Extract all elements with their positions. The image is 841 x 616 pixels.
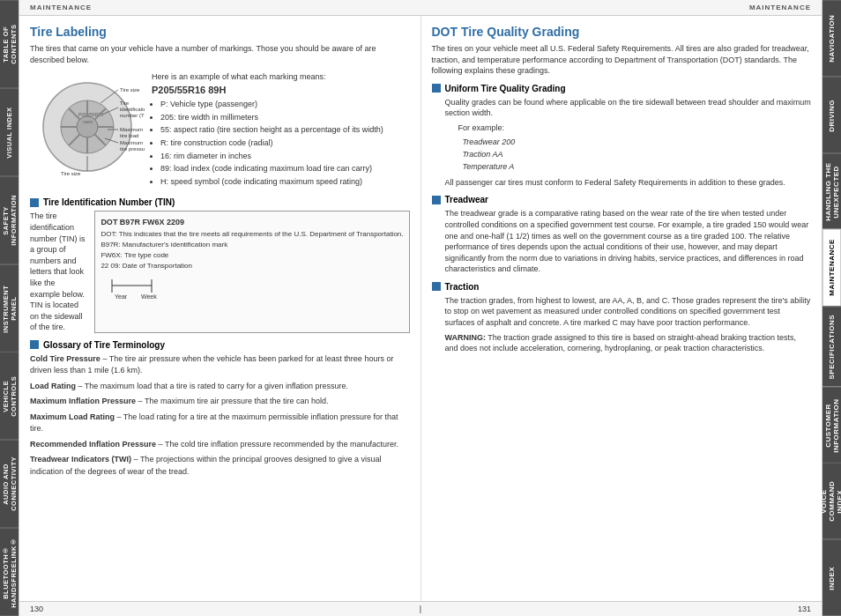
tin-box-line-3: 22 09: Date of Transportation: [100, 261, 403, 271]
tin-row: The tire identification number (TIN) is …: [30, 211, 410, 333]
sidebar-item-maintenance[interactable]: MAINTENANCE: [822, 229, 841, 307]
traction-section-body: The traction grades, from highest to low…: [432, 295, 812, 354]
traction-warning: WARNING: The traction grade assigned to …: [445, 332, 812, 354]
bullet-item: 89: load index (code indicating maximum …: [160, 163, 410, 174]
tire-diagram-row: P205/55R16 NAME: [30, 72, 410, 189]
warning-body: The traction grade assigned to this tire…: [445, 333, 797, 353]
svg-text:Tire size: Tire size: [61, 171, 81, 176]
sidebar-item-handling[interactable]: HANDLING THE UNEXPECTED: [822, 153, 841, 230]
svg-text:Tire: Tire: [120, 100, 130, 106]
traction-title: Traction: [445, 282, 480, 292]
tin-box-title: DOT B97R FW6X 2209: [100, 217, 403, 229]
header-left-label: MAINTENANCE: [30, 4, 92, 11]
sidebar-item-vehicle[interactable]: VEHICLE CONTROLS: [0, 352, 19, 440]
uniform-additional: All passenger car tires must conform to …: [445, 177, 812, 189]
treadwear-heading: Treadwear: [432, 195, 812, 204]
right-sidebar: NAVIGATION DRIVING HANDLING THE UNEXPECT…: [822, 0, 841, 616]
bullet-item: P: Vehicle type (passenger): [160, 99, 410, 110]
svg-text:NAME: NAME: [83, 120, 93, 124]
header-bar: MAINTENANCE MAINTENANCE: [19, 0, 822, 16]
glossary-def-1: The maximum load that a tire is rated to…: [85, 382, 348, 390]
dot-intro: The tires on your vehicle meet all U.S. …: [432, 43, 812, 77]
main-content: MAINTENANCE MAINTENANCE Tire Labeling Th…: [19, 0, 822, 616]
bullet-item: R: tire construction code (radial): [160, 137, 410, 149]
blue-square-icon-4: [432, 196, 441, 204]
glossary-sep-2: –: [136, 397, 145, 405]
glossary-term-5: Treadwear Indicators (TWI): [30, 455, 131, 464]
sidebar-item-index[interactable]: INDEX: [822, 539, 841, 616]
tire-diagram: P205/55R16 NAME: [30, 72, 145, 189]
sidebar-item-visual-index[interactable]: VISUAL INDEX: [0, 88, 19, 176]
svg-text:Year: Year: [115, 293, 128, 300]
svg-text:Tire size: Tire size: [120, 87, 140, 93]
warning-prefix: WARNING:: [445, 333, 487, 342]
sidebar-item-voice-command[interactable]: VOICE COMMAND INDEX: [822, 463, 841, 539]
glossary-item-2: Maximum Inflation Pressure – The maximum…: [30, 396, 410, 408]
example-heading: Here is an example of what each marking …: [152, 72, 410, 81]
page-num-right: 131: [798, 605, 811, 613]
sidebar-item-instrument[interactable]: INSTRUMENT PANEL: [0, 264, 19, 353]
content-columns: Tire Labeling The tires that came on you…: [19, 16, 822, 601]
tin-section-title: Tire Identification Number (TIN): [43, 197, 175, 207]
sidebar-item-audio[interactable]: AUDIO AND CONNECTIVITY: [0, 440, 19, 528]
sidebar-item-customer[interactable]: CUSTOMER INFORMATION: [822, 387, 841, 464]
treadwear-title: Treadwear: [445, 195, 488, 204]
tin-body: The tire identification number (TIN) is …: [30, 211, 86, 333]
example-temperature: Temperature A: [463, 160, 812, 173]
tin-bracket: Year Week: [100, 275, 403, 305]
glossary-sep-3: –: [115, 412, 123, 421]
tire-labeling-title: Tire Labeling: [30, 25, 410, 39]
glossary-sep-0: –: [100, 354, 109, 363]
right-column: DOT Tire Quality Grading The tires on yo…: [421, 16, 822, 601]
svg-text:tire pressure: tire pressure: [120, 146, 145, 152]
dot-title: DOT Tire Quality Grading: [432, 25, 812, 39]
traction-heading: Traction: [432, 282, 812, 292]
left-sidebar: TABLE OF CONTENTS VISUAL INDEX SAFETY IN…: [0, 0, 19, 616]
glossary-term-2: Maximum Inflation Pressure: [30, 397, 136, 405]
page-num-left: 130: [30, 605, 43, 613]
svg-text:Week: Week: [141, 293, 157, 300]
glossary-term-4: Recommended Inflation Pressure: [30, 440, 156, 449]
glossary-body: Cold Tire Pressure – The tire air pressu…: [30, 353, 410, 479]
sidebar-item-toc[interactable]: TABLE OF CONTENTS: [0, 0, 19, 88]
bullet-item: 16: rim diameter in inches: [160, 151, 410, 162]
tire-example-description: Here is an example of what each marking …: [152, 72, 410, 189]
blue-square-icon-3: [432, 84, 441, 93]
sidebar-item-bluetooth[interactable]: BLUETOOTH® HANDSFREELINK®: [0, 528, 19, 616]
tin-box-line-1: B97R: Manufacturer's identification mark: [100, 240, 403, 250]
blue-square-icon-5: [432, 282, 441, 291]
example-block: Treadwear 200 Traction AA Temperature A: [445, 136, 812, 174]
tin-box-line-0: DOT: This indicates that the tire meets …: [100, 229, 403, 240]
glossary-title: Glossary of Tire Terminology: [43, 340, 165, 350]
traction-body: The traction grades, from highest to low…: [445, 295, 812, 329]
bullet-item: H: speed symbol (code indicating maximum…: [160, 176, 410, 188]
sidebar-item-driving[interactable]: DRIVING: [822, 77, 841, 153]
glossary-item-0: Cold Tire Pressure – The tire air pressu…: [30, 353, 410, 377]
header-right-label: MAINTENANCE: [749, 4, 811, 11]
uniform-body: Quality grades can be found where applic…: [432, 97, 812, 189]
glossary-item-4: Recommended Inflation Pressure – The col…: [30, 439, 410, 451]
bullet-list: P: Vehicle type (passenger) 205: tire wi…: [152, 99, 410, 187]
uniform-heading: Uniform Tire Quality Grading: [432, 84, 812, 93]
sidebar-item-navigation[interactable]: NAVIGATION: [822, 0, 841, 77]
example-label: For example:: [458, 122, 812, 134]
tire-svg: P205/55R16 NAME: [30, 72, 145, 178]
sidebar-item-specifications[interactable]: SPECIFICATIONS: [822, 307, 841, 387]
glossary-sep-1: –: [76, 382, 85, 390]
example-treadwear: Treadwear 200: [463, 136, 812, 148]
sidebar-item-safety[interactable]: SAFETY INFORMATION: [0, 176, 19, 264]
blue-square-icon: [30, 198, 39, 207]
glossary-item-3: Maximum Load Rating – The load rating fo…: [30, 412, 410, 435]
uniform-body-text: Quality grades can be found where applic…: [445, 97, 812, 119]
tin-heading: Tire Identification Number (TIN): [30, 197, 410, 207]
treadwear-body: The treadwear grade is a comparative rat…: [432, 208, 812, 275]
left-column: Tire Labeling The tires that came on you…: [19, 16, 421, 601]
glossary-item-1: Load Rating – The maximum load that a ti…: [30, 381, 410, 393]
svg-text:tire load: tire load: [120, 133, 138, 138]
blue-square-icon-2: [30, 340, 39, 349]
tin-box-line-2: FW6X: Tire type code: [100, 250, 403, 261]
glossary-def-4: The cold tire inflation pressure recomme…: [165, 440, 398, 449]
example-code: P205/55R16 89H: [152, 85, 410, 95]
bullet-item: 55: aspect ratio (tire section height as…: [160, 124, 410, 136]
glossary-term-3: Maximum Load Rating: [30, 412, 115, 421]
